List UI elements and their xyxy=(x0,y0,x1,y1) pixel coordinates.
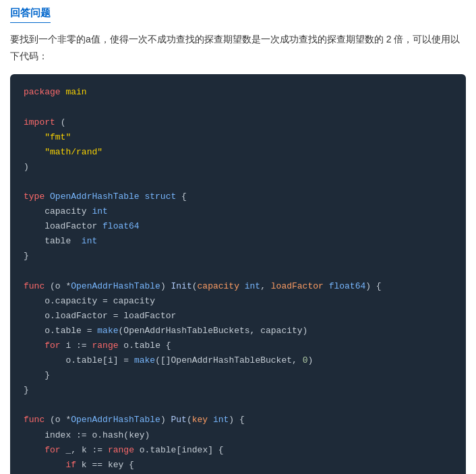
code-line-15: o.capacity = capacity xyxy=(24,294,452,309)
code-line-17: o.table = make(OpenAddrHashTableBuckets,… xyxy=(24,324,452,338)
code-line-14: func (o *OpenAddrHashTable) Init(capacit… xyxy=(24,279,452,294)
code-line-5: "math/rand" xyxy=(24,145,452,160)
code-block: package main import ( "fmt" "math/rand" … xyxy=(10,74,466,474)
code-line-6: ) xyxy=(24,160,452,175)
code-line-12: } xyxy=(24,249,452,264)
code-line-19: o.table[i] = make([]OpenAddrHashTableBuc… xyxy=(24,353,452,368)
empty-line-3 xyxy=(24,264,452,279)
empty-line-4 xyxy=(24,398,452,413)
section-title: 回答问题 xyxy=(10,7,51,23)
code-line-16: o.loadFactor = loadFactor xyxy=(24,309,452,324)
code-line-8: type OpenAddrHashTable struct { xyxy=(24,189,452,204)
empty-line-1 xyxy=(24,100,452,115)
code-line-21: } xyxy=(24,383,452,398)
code-line-3: import ( xyxy=(24,115,452,130)
code-line-25: for _, k := range o.table[index] { xyxy=(24,443,452,458)
empty-line-2 xyxy=(24,175,452,189)
code-line-10: loadFactor float64 xyxy=(24,219,452,234)
code-line-11: table int xyxy=(24,234,452,249)
code-line-9: capacity int xyxy=(24,204,452,219)
code-line-24: index := o.hash(key) xyxy=(24,428,452,443)
page-container: 回答问题 要找到一个非零的a值，使得一次不成功查找的探查期望数是一次成功查找的探… xyxy=(0,0,476,474)
intro-text: 要找到一个非零的a值，使得一次不成功查找的探查期望数是一次成功查找的探查期望数的… xyxy=(10,31,466,65)
code-line-18: for i := range o.table { xyxy=(24,338,452,353)
code-line-26: if k == key { xyxy=(24,458,452,473)
code-line-1: package main xyxy=(24,85,452,100)
code-line-20: } xyxy=(24,368,452,383)
code-line-4: "fmt" xyxy=(24,130,452,145)
code-line-23: func (o *OpenAddrHashTable) Put(key int)… xyxy=(24,413,452,427)
